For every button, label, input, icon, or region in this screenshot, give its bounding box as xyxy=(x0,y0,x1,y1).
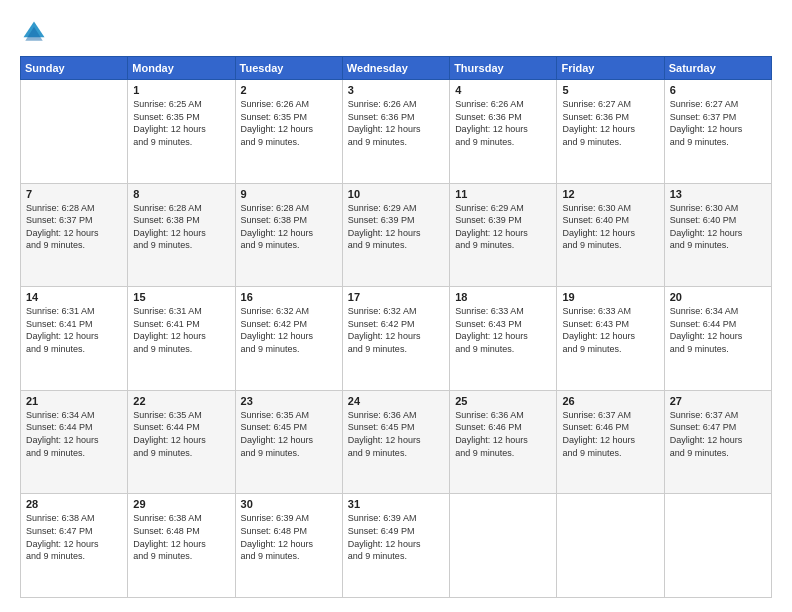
day-info: Sunrise: 6:38 AM Sunset: 6:48 PM Dayligh… xyxy=(133,512,229,562)
day-number: 15 xyxy=(133,291,229,303)
calendar-day-cell: 12Sunrise: 6:30 AM Sunset: 6:40 PM Dayli… xyxy=(557,183,664,287)
day-number: 21 xyxy=(26,395,122,407)
day-number: 26 xyxy=(562,395,658,407)
calendar-day-cell: 10Sunrise: 6:29 AM Sunset: 6:39 PM Dayli… xyxy=(342,183,449,287)
calendar-day-cell: 13Sunrise: 6:30 AM Sunset: 6:40 PM Dayli… xyxy=(664,183,771,287)
weekday-header-wednesday: Wednesday xyxy=(342,57,449,80)
calendar-day-cell xyxy=(450,494,557,598)
day-info: Sunrise: 6:28 AM Sunset: 6:38 PM Dayligh… xyxy=(241,202,337,252)
day-info: Sunrise: 6:39 AM Sunset: 6:48 PM Dayligh… xyxy=(241,512,337,562)
calendar-day-cell: 17Sunrise: 6:32 AM Sunset: 6:42 PM Dayli… xyxy=(342,287,449,391)
day-info: Sunrise: 6:37 AM Sunset: 6:47 PM Dayligh… xyxy=(670,409,766,459)
day-info: Sunrise: 6:33 AM Sunset: 6:43 PM Dayligh… xyxy=(455,305,551,355)
day-number: 19 xyxy=(562,291,658,303)
day-number: 14 xyxy=(26,291,122,303)
day-number: 30 xyxy=(241,498,337,510)
calendar-week-row: 21Sunrise: 6:34 AM Sunset: 6:44 PM Dayli… xyxy=(21,390,772,494)
calendar-header: SundayMondayTuesdayWednesdayThursdayFrid… xyxy=(21,57,772,80)
calendar-day-cell: 2Sunrise: 6:26 AM Sunset: 6:35 PM Daylig… xyxy=(235,80,342,184)
day-info: Sunrise: 6:26 AM Sunset: 6:36 PM Dayligh… xyxy=(455,98,551,148)
day-number: 17 xyxy=(348,291,444,303)
day-number: 24 xyxy=(348,395,444,407)
weekday-header-sunday: Sunday xyxy=(21,57,128,80)
day-info: Sunrise: 6:34 AM Sunset: 6:44 PM Dayligh… xyxy=(26,409,122,459)
day-number: 28 xyxy=(26,498,122,510)
calendar-day-cell: 28Sunrise: 6:38 AM Sunset: 6:47 PM Dayli… xyxy=(21,494,128,598)
calendar-day-cell: 16Sunrise: 6:32 AM Sunset: 6:42 PM Dayli… xyxy=(235,287,342,391)
calendar-day-cell: 23Sunrise: 6:35 AM Sunset: 6:45 PM Dayli… xyxy=(235,390,342,494)
day-info: Sunrise: 6:32 AM Sunset: 6:42 PM Dayligh… xyxy=(241,305,337,355)
calendar-day-cell: 4Sunrise: 6:26 AM Sunset: 6:36 PM Daylig… xyxy=(450,80,557,184)
day-info: Sunrise: 6:37 AM Sunset: 6:46 PM Dayligh… xyxy=(562,409,658,459)
page: SundayMondayTuesdayWednesdayThursdayFrid… xyxy=(0,0,792,612)
day-info: Sunrise: 6:31 AM Sunset: 6:41 PM Dayligh… xyxy=(26,305,122,355)
calendar-day-cell: 3Sunrise: 6:26 AM Sunset: 6:36 PM Daylig… xyxy=(342,80,449,184)
calendar-day-cell: 11Sunrise: 6:29 AM Sunset: 6:39 PM Dayli… xyxy=(450,183,557,287)
day-info: Sunrise: 6:35 AM Sunset: 6:44 PM Dayligh… xyxy=(133,409,229,459)
day-info: Sunrise: 6:27 AM Sunset: 6:36 PM Dayligh… xyxy=(562,98,658,148)
calendar-day-cell: 20Sunrise: 6:34 AM Sunset: 6:44 PM Dayli… xyxy=(664,287,771,391)
day-info: Sunrise: 6:29 AM Sunset: 6:39 PM Dayligh… xyxy=(455,202,551,252)
weekday-header-monday: Monday xyxy=(128,57,235,80)
calendar-week-row: 28Sunrise: 6:38 AM Sunset: 6:47 PM Dayli… xyxy=(21,494,772,598)
calendar-day-cell: 24Sunrise: 6:36 AM Sunset: 6:45 PM Dayli… xyxy=(342,390,449,494)
day-number: 25 xyxy=(455,395,551,407)
day-number: 3 xyxy=(348,84,444,96)
day-info: Sunrise: 6:27 AM Sunset: 6:37 PM Dayligh… xyxy=(670,98,766,148)
day-number: 10 xyxy=(348,188,444,200)
calendar-day-cell: 30Sunrise: 6:39 AM Sunset: 6:48 PM Dayli… xyxy=(235,494,342,598)
calendar-body: 1Sunrise: 6:25 AM Sunset: 6:35 PM Daylig… xyxy=(21,80,772,598)
calendar-week-row: 7Sunrise: 6:28 AM Sunset: 6:37 PM Daylig… xyxy=(21,183,772,287)
day-info: Sunrise: 6:25 AM Sunset: 6:35 PM Dayligh… xyxy=(133,98,229,148)
day-number: 31 xyxy=(348,498,444,510)
calendar-day-cell: 8Sunrise: 6:28 AM Sunset: 6:38 PM Daylig… xyxy=(128,183,235,287)
day-info: Sunrise: 6:30 AM Sunset: 6:40 PM Dayligh… xyxy=(670,202,766,252)
day-info: Sunrise: 6:29 AM Sunset: 6:39 PM Dayligh… xyxy=(348,202,444,252)
day-number: 16 xyxy=(241,291,337,303)
calendar-week-row: 14Sunrise: 6:31 AM Sunset: 6:41 PM Dayli… xyxy=(21,287,772,391)
day-info: Sunrise: 6:31 AM Sunset: 6:41 PM Dayligh… xyxy=(133,305,229,355)
day-info: Sunrise: 6:30 AM Sunset: 6:40 PM Dayligh… xyxy=(562,202,658,252)
weekday-header-tuesday: Tuesday xyxy=(235,57,342,80)
weekday-header-thursday: Thursday xyxy=(450,57,557,80)
weekday-header-saturday: Saturday xyxy=(664,57,771,80)
day-number: 18 xyxy=(455,291,551,303)
weekday-header-row: SundayMondayTuesdayWednesdayThursdayFrid… xyxy=(21,57,772,80)
calendar-day-cell xyxy=(557,494,664,598)
day-info: Sunrise: 6:26 AM Sunset: 6:36 PM Dayligh… xyxy=(348,98,444,148)
day-info: Sunrise: 6:34 AM Sunset: 6:44 PM Dayligh… xyxy=(670,305,766,355)
calendar-day-cell: 31Sunrise: 6:39 AM Sunset: 6:49 PM Dayli… xyxy=(342,494,449,598)
day-number: 9 xyxy=(241,188,337,200)
header xyxy=(20,18,772,46)
day-number: 4 xyxy=(455,84,551,96)
logo xyxy=(20,18,52,46)
day-number: 8 xyxy=(133,188,229,200)
day-info: Sunrise: 6:28 AM Sunset: 6:37 PM Dayligh… xyxy=(26,202,122,252)
logo-icon xyxy=(20,18,48,46)
calendar-day-cell: 19Sunrise: 6:33 AM Sunset: 6:43 PM Dayli… xyxy=(557,287,664,391)
day-info: Sunrise: 6:33 AM Sunset: 6:43 PM Dayligh… xyxy=(562,305,658,355)
calendar-day-cell: 18Sunrise: 6:33 AM Sunset: 6:43 PM Dayli… xyxy=(450,287,557,391)
calendar-table: SundayMondayTuesdayWednesdayThursdayFrid… xyxy=(20,56,772,598)
calendar-day-cell: 6Sunrise: 6:27 AM Sunset: 6:37 PM Daylig… xyxy=(664,80,771,184)
calendar-day-cell: 25Sunrise: 6:36 AM Sunset: 6:46 PM Dayli… xyxy=(450,390,557,494)
calendar-day-cell xyxy=(664,494,771,598)
day-number: 20 xyxy=(670,291,766,303)
day-number: 12 xyxy=(562,188,658,200)
calendar-day-cell: 15Sunrise: 6:31 AM Sunset: 6:41 PM Dayli… xyxy=(128,287,235,391)
day-number: 11 xyxy=(455,188,551,200)
day-number: 1 xyxy=(133,84,229,96)
calendar-day-cell: 9Sunrise: 6:28 AM Sunset: 6:38 PM Daylig… xyxy=(235,183,342,287)
day-number: 29 xyxy=(133,498,229,510)
calendar-day-cell: 26Sunrise: 6:37 AM Sunset: 6:46 PM Dayli… xyxy=(557,390,664,494)
calendar-day-cell: 1Sunrise: 6:25 AM Sunset: 6:35 PM Daylig… xyxy=(128,80,235,184)
day-number: 13 xyxy=(670,188,766,200)
day-number: 6 xyxy=(670,84,766,96)
day-info: Sunrise: 6:35 AM Sunset: 6:45 PM Dayligh… xyxy=(241,409,337,459)
day-number: 22 xyxy=(133,395,229,407)
day-number: 27 xyxy=(670,395,766,407)
day-info: Sunrise: 6:26 AM Sunset: 6:35 PM Dayligh… xyxy=(241,98,337,148)
day-info: Sunrise: 6:36 AM Sunset: 6:45 PM Dayligh… xyxy=(348,409,444,459)
day-info: Sunrise: 6:36 AM Sunset: 6:46 PM Dayligh… xyxy=(455,409,551,459)
day-number: 23 xyxy=(241,395,337,407)
